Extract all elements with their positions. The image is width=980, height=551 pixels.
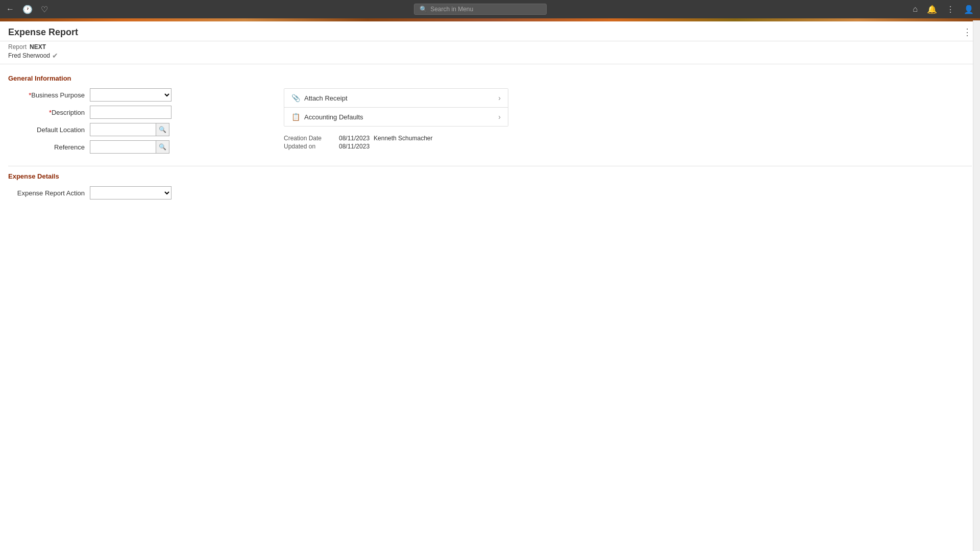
expense-report-action-row: Expense Report Action xyxy=(8,186,972,199)
expense-report-action-label: Expense Report Action xyxy=(8,189,90,197)
accounting-defaults-label: Accounting Defaults xyxy=(304,113,363,121)
description-row: *Description xyxy=(8,106,263,119)
page-title: Expense Report xyxy=(8,27,78,38)
default-location-row: Default Location 🔍 xyxy=(8,123,263,136)
history-icon[interactable]: 🕐 xyxy=(22,5,33,14)
form-area: *Business Purpose *Description Default L… xyxy=(8,88,972,158)
back-icon[interactable]: ← xyxy=(6,5,14,14)
form-right: 📎 Attach Receipt › 📋 Accounting Defaults… xyxy=(284,88,508,153)
page-more-icon[interactable]: ⋮ xyxy=(963,27,972,38)
search-area: 🔍 xyxy=(48,4,913,15)
default-location-field: 🔍 xyxy=(90,123,169,136)
description-label: *Description xyxy=(8,109,90,116)
user-verified-icon: ✔ xyxy=(52,52,58,60)
form-left: *Business Purpose *Description Default L… xyxy=(8,88,263,158)
general-info-section-header: General Information xyxy=(8,74,972,82)
reference-input[interactable] xyxy=(90,140,156,154)
business-purpose-row: *Business Purpose xyxy=(8,88,263,102)
business-purpose-label: *Business Purpose xyxy=(8,91,90,99)
expense-details-section-header: Expense Details xyxy=(8,172,972,180)
record-label: Report xyxy=(8,43,27,51)
description-input[interactable] xyxy=(90,106,172,119)
required-star: * xyxy=(29,91,31,99)
default-location-search-btn[interactable]: 🔍 xyxy=(156,123,169,136)
notification-icon[interactable]: 🔔 xyxy=(927,5,937,14)
attach-receipt-item[interactable]: 📎 Attach Receipt › xyxy=(284,89,508,108)
user-avatar-icon[interactable]: 👤 xyxy=(964,5,974,14)
record-user-row: Fred Sherwood ✔ xyxy=(8,52,972,60)
accounting-defaults-item[interactable]: 📋 Accounting Defaults › xyxy=(284,108,508,126)
record-value: NEXT xyxy=(30,43,46,51)
top-nav-bar: ← 🕐 ♡ 🔍 ⌂ 🔔 ⋮ 👤 xyxy=(0,0,980,18)
accounting-defaults-left: 📋 Accounting Defaults xyxy=(291,113,363,121)
business-purpose-select[interactable] xyxy=(90,88,172,102)
creation-date-row: Creation Date 08/11/2023 Kenneth Schumac… xyxy=(284,135,508,142)
accounting-defaults-icon: 📋 xyxy=(291,113,300,121)
reference-label: Reference xyxy=(8,143,90,151)
favorite-icon[interactable]: ♡ xyxy=(41,5,48,14)
updated-on-label: Updated on xyxy=(284,143,335,150)
search-icon: 🔍 xyxy=(420,6,427,13)
action-panel: 📎 Attach Receipt › 📋 Accounting Defaults… xyxy=(284,88,508,127)
search-input[interactable] xyxy=(430,6,532,13)
record-info: Report NEXT Fred Sherwood ✔ xyxy=(0,41,980,64)
default-location-label: Default Location xyxy=(8,126,90,134)
expense-report-action-select[interactable] xyxy=(90,186,172,199)
search-box[interactable]: 🔍 xyxy=(414,4,547,15)
scrollbar[interactable] xyxy=(973,20,980,551)
attach-receipt-icon: 📎 xyxy=(291,94,300,102)
reference-search-btn[interactable]: 🔍 xyxy=(156,140,169,154)
main-content: General Information *Business Purpose *D… xyxy=(0,64,980,212)
updated-on-value: 08/11/2023 xyxy=(339,143,370,150)
updated-on-row: Updated on 08/11/2023 xyxy=(284,143,508,150)
creation-date-label: Creation Date xyxy=(284,135,335,142)
user-name: Fred Sherwood xyxy=(8,52,50,59)
reference-row: Reference 🔍 xyxy=(8,140,263,154)
creation-date-value: 08/11/2023 xyxy=(339,135,370,142)
default-location-input[interactable] xyxy=(90,123,156,136)
page-header: Expense Report ⋮ xyxy=(0,21,980,41)
top-nav-left: ← 🕐 ♡ xyxy=(6,5,48,14)
attach-receipt-label: Attach Receipt xyxy=(304,94,348,102)
accounting-defaults-chevron: › xyxy=(498,113,501,121)
more-options-icon[interactable]: ⋮ xyxy=(946,5,954,14)
created-by-value: Kenneth Schumacher xyxy=(374,135,432,142)
attach-receipt-chevron: › xyxy=(498,94,501,102)
top-nav-right: ⌂ 🔔 ⋮ 👤 xyxy=(913,5,974,14)
required-star-desc: * xyxy=(49,109,52,116)
metadata-area: Creation Date 08/11/2023 Kenneth Schumac… xyxy=(284,133,508,153)
home-icon[interactable]: ⌂ xyxy=(913,5,918,14)
attach-receipt-left: 📎 Attach Receipt xyxy=(291,94,348,102)
record-id-row: Report NEXT xyxy=(8,43,972,51)
section-divider xyxy=(8,166,972,166)
reference-field: 🔍 xyxy=(90,140,169,154)
